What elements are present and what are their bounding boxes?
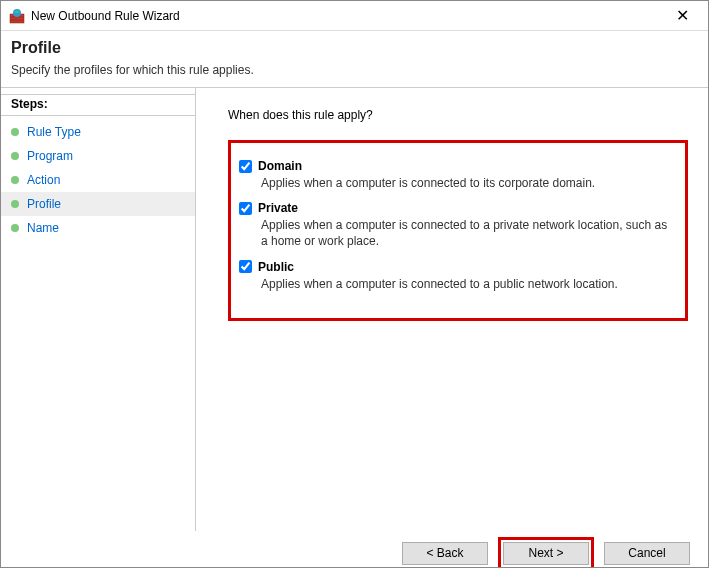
step-label: Profile (27, 194, 61, 214)
profile-domain-row: Domain Applies when a computer is connec… (239, 159, 673, 191)
profile-public-checkbox[interactable] (239, 260, 252, 273)
bullet-icon (11, 128, 19, 136)
bullet-icon (11, 152, 19, 160)
profile-domain-checkbox[interactable] (239, 160, 252, 173)
profile-private-name: Private (258, 201, 298, 215)
profile-domain-desc: Applies when a computer is connected to … (261, 175, 673, 191)
step-name[interactable]: Name (1, 216, 195, 240)
profile-public-label[interactable]: Public (239, 260, 673, 274)
wizard-body: Steps: Rule Type Program Action Profile … (1, 88, 708, 531)
profile-domain-label[interactable]: Domain (239, 159, 673, 173)
wizard-content: When does this rule apply? Domain Applie… (196, 88, 708, 531)
profile-private-label[interactable]: Private (239, 201, 673, 215)
window-title: New Outbound Rule Wizard (31, 9, 664, 23)
close-icon[interactable]: ✕ (664, 1, 700, 31)
page-title: Profile (11, 39, 698, 57)
titlebar: New Outbound Rule Wizard ✕ (1, 1, 708, 31)
next-button[interactable]: Next > (503, 542, 589, 565)
question-text: When does this rule apply? (228, 108, 688, 122)
profile-private-desc: Applies when a computer is connected to … (261, 217, 673, 249)
steps-heading: Steps: (1, 94, 195, 116)
step-profile[interactable]: Profile (1, 192, 195, 216)
steps-sidebar: Steps: Rule Type Program Action Profile … (1, 88, 196, 531)
back-button[interactable]: < Back (402, 542, 488, 565)
profile-domain-name: Domain (258, 159, 302, 173)
bullet-icon (11, 200, 19, 208)
step-program[interactable]: Program (1, 144, 195, 168)
page-description: Specify the profiles for which this rule… (11, 63, 698, 77)
step-rule-type[interactable]: Rule Type (1, 120, 195, 144)
step-label: Name (27, 218, 59, 238)
step-label: Program (27, 146, 73, 166)
firewall-icon (9, 8, 25, 24)
profile-public-desc: Applies when a computer is connected to … (261, 276, 673, 292)
step-label: Rule Type (27, 122, 81, 142)
profiles-highlight-box: Domain Applies when a computer is connec… (228, 140, 688, 321)
bullet-icon (11, 224, 19, 232)
profile-private-checkbox[interactable] (239, 202, 252, 215)
profile-public-name: Public (258, 260, 294, 274)
wizard-header: Profile Specify the profiles for which t… (1, 31, 708, 87)
step-action[interactable]: Action (1, 168, 195, 192)
bullet-icon (11, 176, 19, 184)
cancel-button[interactable]: Cancel (604, 542, 690, 565)
next-highlight-box: Next > (498, 537, 594, 569)
step-label: Action (27, 170, 60, 190)
wizard-footer: < Back Next > Cancel (1, 531, 708, 568)
profile-public-row: Public Applies when a computer is connec… (239, 260, 673, 292)
profile-private-row: Private Applies when a computer is conne… (239, 201, 673, 249)
